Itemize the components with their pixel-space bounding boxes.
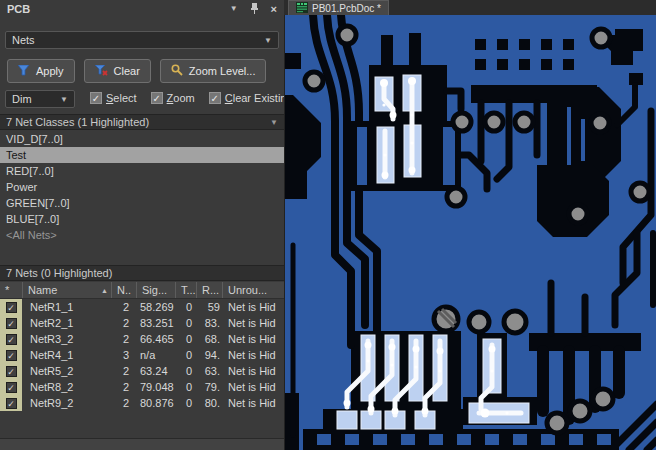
nets-table: ✓NetR1_1258.269059Net is Hid✓NetR2_1283.… [0, 299, 284, 411]
net-node-count: 2 [111, 363, 136, 379]
clear-existing-checkbox[interactable]: ✓ Clear Existing [209, 92, 293, 104]
net-signal-length: 79.048 [136, 379, 175, 395]
column-header-routed[interactable]: R... [196, 282, 222, 298]
column-header-nodes[interactable]: N.. [111, 282, 136, 298]
checkmark-icon: ✓ [151, 92, 163, 104]
checkmark-icon: ✓ [209, 92, 221, 104]
net-t-value: 0 [175, 331, 196, 347]
net-routed-value: 68. [196, 331, 222, 347]
filter-type-value: Nets [12, 34, 35, 46]
pin-icon[interactable] [250, 0, 259, 18]
table-row[interactable]: ✓NetR5_2263.24063.Net is Hid [0, 363, 284, 379]
pcb-panel: PCB ▼ × Nets ▼ Apply Clear [0, 0, 284, 450]
net-signal-length: 58.269 [136, 299, 175, 315]
net-classes-section-header[interactable]: 7 Net Classes (1 Highlighted) ▼ [0, 114, 284, 130]
net-t-value: 0 [175, 315, 196, 331]
net-class-item[interactable]: GREEN[7..0] [0, 195, 284, 211]
column-header-star[interactable]: * [0, 282, 22, 298]
net-class-item[interactable]: Power [0, 179, 284, 195]
row-checkbox[interactable]: ✓ [0, 347, 22, 363]
document-tab[interactable]: PB01.PcbDoc * [288, 0, 389, 15]
net-class-item-all-nets[interactable]: <All Nets> [0, 227, 284, 243]
row-checkbox[interactable]: ✓ [0, 331, 22, 347]
net-signal-length: n/a [136, 347, 175, 363]
dim-dropdown[interactable]: Dim ▼ [5, 90, 75, 108]
net-node-count: 2 [111, 379, 136, 395]
net-signal-length: 66.465 [136, 331, 175, 347]
net-classes-header-label: 7 Net Classes (1 Highlighted) [6, 116, 149, 128]
panel-titlebar: PCB ▼ × [0, 0, 284, 17]
net-signal-length: 83.251 [136, 315, 175, 331]
chevron-down-icon: ▼ [270, 118, 278, 127]
table-row[interactable]: ✓NetR2_1283.251083.Net is Hid [0, 315, 284, 331]
clear-button-label: Clear [114, 65, 140, 77]
pcbdoc-icon [296, 2, 308, 15]
net-name: NetR1_1 [22, 299, 111, 315]
pcb-view [285, 15, 656, 450]
table-row[interactable]: ✓NetR1_1258.269059Net is Hid [0, 299, 284, 315]
net-node-count: 2 [111, 315, 136, 331]
net-t-value: 0 [175, 395, 196, 411]
net-routed-value: 63. [196, 363, 222, 379]
net-class-item-selected[interactable]: Test [0, 147, 284, 163]
column-header-unrouted[interactable]: Unrou... [222, 282, 284, 298]
zoom-checkbox[interactable]: ✓ Zoom [151, 92, 195, 104]
net-class-item[interactable]: VID_D[7..0] [0, 131, 284, 147]
net-name: NetR2_1 [22, 315, 111, 331]
net-t-value: 0 [175, 347, 196, 363]
filter-type-dropdown[interactable]: Nets ▼ [5, 31, 279, 49]
zoom-checkbox-label: Zoom [167, 92, 195, 104]
net-t-value: 0 [175, 363, 196, 379]
chevron-down-icon: ▼ [60, 95, 68, 104]
net-class-item[interactable]: RED[7..0] [0, 163, 284, 179]
column-header-t[interactable]: T... [175, 282, 196, 298]
net-node-count: 2 [111, 299, 136, 315]
filter-clear-icon [95, 65, 108, 78]
checkmark-icon: ✓ [6, 382, 17, 393]
panel-menu-chevron-down-icon[interactable]: ▼ [230, 4, 238, 13]
checkmark-icon: ✓ [6, 334, 17, 345]
row-checkbox[interactable]: ✓ [0, 395, 22, 411]
net-unrouted-status: Net is Hid [222, 363, 284, 379]
net-routed-value: 59 [196, 299, 222, 315]
table-row[interactable]: ✓NetR8_2279.048079.Net is Hid [0, 379, 284, 395]
net-node-count: 3 [111, 347, 136, 363]
net-node-count: 2 [111, 331, 136, 347]
select-checkbox-label: Select [106, 92, 137, 104]
checkmark-icon: ✓ [6, 398, 17, 409]
net-unrouted-status: Net is Hid [222, 299, 284, 315]
net-unrouted-status: Net is Hid [222, 315, 284, 331]
pcb-editor-canvas[interactable] [284, 15, 656, 450]
column-header-name[interactable]: Name ▲ [22, 282, 111, 298]
nets-table-header: * Name ▲ N.. Sig... T... R... Unrou... [0, 282, 284, 299]
clear-button[interactable]: Clear [84, 59, 151, 83]
table-row[interactable]: ✓NetR4_13n/a094.Net is Hid [0, 347, 284, 363]
panel-bottom-strip [0, 438, 284, 450]
checkmark-icon: ✓ [6, 366, 17, 377]
net-unrouted-status: Net is Hid [222, 395, 284, 411]
net-unrouted-status: Net is Hid [222, 379, 284, 395]
row-checkbox[interactable]: ✓ [0, 379, 22, 395]
row-checkbox[interactable]: ✓ [0, 315, 22, 331]
net-name: NetR5_2 [22, 363, 111, 379]
net-unrouted-status: Net is Hid [222, 347, 284, 363]
net-routed-value: 83. [196, 315, 222, 331]
nets-section-header[interactable]: 7 Nets (0 Highlighted) [0, 265, 284, 281]
table-row[interactable]: ✓NetR9_2280.876080.Net is Hid [0, 395, 284, 411]
zoom-level-button[interactable]: Zoom Level... [160, 59, 267, 83]
row-checkbox[interactable]: ✓ [0, 363, 22, 379]
net-routed-value: 94. [196, 347, 222, 363]
select-checkbox[interactable]: ✓ Select [90, 92, 137, 104]
net-t-value: 0 [175, 299, 196, 315]
dim-dropdown-value: Dim [12, 93, 32, 105]
net-name: NetR8_2 [22, 379, 111, 395]
chevron-down-icon: ▼ [264, 36, 272, 45]
table-row[interactable]: ✓NetR3_2266.465068.Net is Hid [0, 331, 284, 347]
sort-ascending-icon: ▲ [101, 287, 108, 294]
row-checkbox[interactable]: ✓ [0, 299, 22, 315]
net-routed-value: 80. [196, 395, 222, 411]
net-class-item[interactable]: BLUE[7..0] [0, 211, 284, 227]
close-icon[interactable]: × [271, 4, 277, 14]
column-header-signal[interactable]: Sig... [136, 282, 175, 298]
apply-button[interactable]: Apply [7, 59, 75, 83]
